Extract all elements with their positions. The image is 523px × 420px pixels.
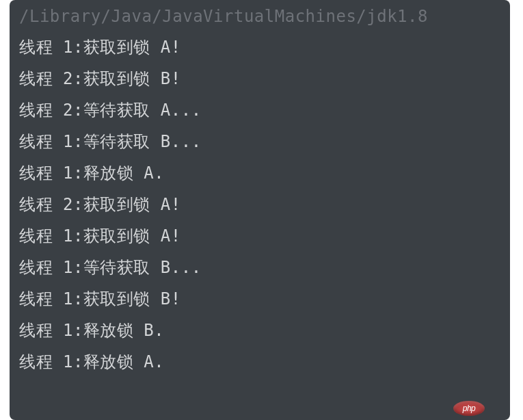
log-line: 线程 1:释放锁 A.: [19, 157, 510, 189]
terminal-window: /Library/Java/JavaVirtualMachines/jdk1.8…: [10, 0, 510, 420]
watermark-logo: php: [453, 401, 485, 416]
log-line: 线程 1:等待获取 B...: [19, 126, 510, 157]
log-line: 线程 1:释放锁 A.: [19, 346, 510, 378]
log-line: 线程 1:等待获取 B...: [19, 252, 510, 283]
log-line: 线程 2:等待获取 A...: [19, 94, 510, 126]
log-line: 线程 2:获取到锁 A!: [19, 189, 510, 220]
log-line: 线程 1:获取到锁 B!: [19, 283, 510, 315]
log-line: 线程 2:获取到锁 B!: [19, 63, 510, 94]
log-line: 线程 1:获取到锁 A!: [19, 31, 510, 63]
path-header: /Library/Java/JavaVirtualMachines/jdk1.8: [19, 7, 510, 26]
log-line: 线程 1:获取到锁 A!: [19, 220, 510, 252]
log-line: 线程 1:释放锁 B.: [19, 315, 510, 346]
